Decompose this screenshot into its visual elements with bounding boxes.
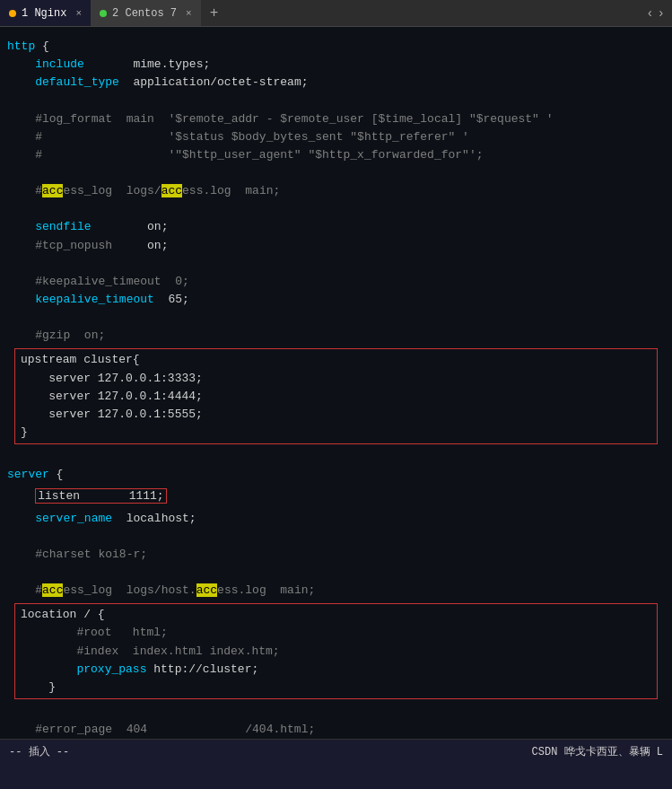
code-server-start: server {	[0, 444, 672, 487]
tab-bar: 1 Nginx × 2 Centos 7 × + ‹ ›	[0, 0, 672, 27]
status-bar: -- 插入 -- CSDN 哗戈卡西亚、暴辆 L	[0, 739, 672, 764]
code-area[interactable]: http { include mime.types; default_type …	[0, 27, 672, 764]
location-block-wrapper: location / { #root html; #index index.ht…	[0, 603, 672, 699]
tab-dot-centos	[100, 10, 107, 17]
upstream-block-wrapper: upstream cluster{ server 127.0.0.1:3333;…	[0, 348, 672, 444]
tab-close-nginx[interactable]: ×	[75, 8, 82, 19]
tab-centos[interactable]: 2 Centos 7 ×	[91, 0, 201, 26]
editor-mode: -- 插入 --	[9, 744, 69, 759]
tab-nginx[interactable]: 1 Nginx ×	[0, 0, 91, 26]
tab-label-centos: 2 Centos 7	[112, 7, 177, 20]
tab-nav: ‹ ›	[639, 6, 672, 21]
tab-label-nginx: 1 Nginx	[22, 7, 66, 20]
code-server-middle: server_name localhost; #charset koi8-r; …	[0, 506, 672, 604]
tab-dot-nginx	[9, 10, 16, 17]
upstream-block: upstream cluster{ server 127.0.0.1:3333;…	[14, 348, 658, 444]
tab-close-centos[interactable]: ×	[186, 8, 192, 19]
code-content: http { include mime.types; default_type …	[0, 34, 672, 348]
tab-add-button[interactable]: +	[201, 5, 228, 22]
tab-nav-next[interactable]: ›	[658, 6, 665, 21]
listen-line: listen 1111;	[0, 487, 672, 505]
location-block: location / { #root html; #index index.ht…	[14, 603, 658, 699]
tab-nav-prev[interactable]: ‹	[646, 6, 653, 21]
watermark: CSDN 哗戈卡西亚、暴辆 L	[532, 744, 663, 759]
